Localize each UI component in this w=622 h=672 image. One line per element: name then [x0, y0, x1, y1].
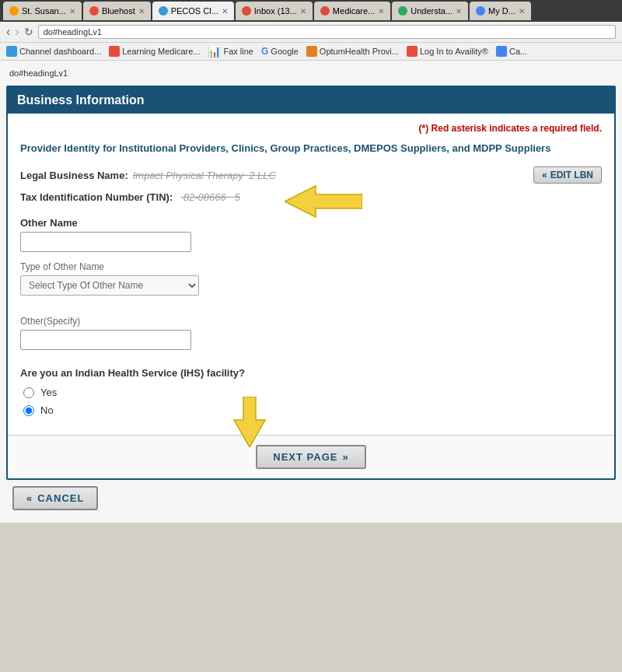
- edit-lbn-button[interactable]: EDIT LBN: [533, 166, 602, 184]
- reload-icon[interactable]: ↻: [24, 26, 33, 38]
- ihs-radio-group: Yes No: [23, 387, 602, 416]
- tab-st-susan[interactable]: St. Susan... ✕: [3, 2, 82, 20]
- ihs-no-radio[interactable]: [23, 405, 34, 416]
- section-title: Provider Identity for Institutional Prov…: [20, 142, 602, 156]
- close-icon[interactable]: ✕: [456, 7, 462, 16]
- tab-pecos[interactable]: PECOS Cl... ✕: [152, 2, 234, 20]
- bookmark-label: Channel dashboard...: [19, 47, 101, 56]
- tab-icon: [476, 6, 485, 16]
- yellow-arrow-annotation: [285, 182, 362, 221]
- type-other-name-label: Type of Other Name: [20, 261, 602, 272]
- type-other-name-select[interactable]: Select Type Of Other Name DBA (Doing Bus…: [20, 275, 199, 296]
- breadcrumb: do#headingLv1: [6, 67, 616, 79]
- tab-medicare[interactable]: Medicare... ✕: [314, 2, 390, 20]
- close-icon[interactable]: ✕: [69, 7, 75, 16]
- ihs-no-label: No: [40, 404, 54, 416]
- svg-marker-2: [234, 397, 265, 447]
- close-icon[interactable]: ✕: [378, 7, 384, 16]
- bookmark-icon: [6, 46, 17, 57]
- tab-label: Medicare...: [333, 6, 375, 16]
- back-icon[interactable]: ‹: [6, 25, 10, 39]
- other-name-group: Other Name: [20, 217, 602, 252]
- close-icon[interactable]: ✕: [519, 7, 525, 16]
- tab-inbox[interactable]: Inbox (13... ✕: [236, 2, 313, 20]
- tab-understand[interactable]: Understa... ✕: [392, 2, 468, 20]
- bookmark-label: Log In to Availity®: [420, 47, 488, 56]
- bookmark-label: Google: [271, 47, 298, 56]
- bookmark-icon: [407, 46, 418, 57]
- cancel-button[interactable]: CANCEL: [12, 486, 98, 510]
- tab-icon: [320, 6, 330, 16]
- tab-label: Inbox (13...: [254, 6, 297, 16]
- other-specify-label: Other(Specify): [20, 316, 602, 327]
- page-content: do#headingLv1 Business Information (*) R…: [0, 61, 622, 523]
- ihs-no-option[interactable]: No: [23, 404, 602, 416]
- close-icon[interactable]: ✕: [222, 7, 228, 16]
- bookmark-google[interactable]: G Google: [261, 46, 299, 57]
- next-arrow-annotation: [218, 397, 281, 447]
- address-bar[interactable]: do#headingLv1: [38, 25, 616, 39]
- panel-footer: NEXT PAGE: [8, 435, 614, 478]
- bookmark-icon: [109, 46, 120, 57]
- svg-marker-1: [285, 186, 362, 217]
- other-name-input[interactable]: [20, 232, 191, 252]
- business-information-panel: Business Information (*) Red asterisk in…: [6, 86, 616, 480]
- edit-lbn-label: EDIT LBN: [550, 170, 593, 180]
- ihs-yes-radio[interactable]: [23, 387, 34, 398]
- tab-icon: [9, 6, 19, 16]
- ihs-yes-label: Yes: [40, 387, 57, 398]
- panel-title: Business Information: [17, 93, 145, 107]
- bookmark-optum[interactable]: OptumHealth Provi...: [306, 46, 399, 57]
- legal-business-name-row: Legal Business Name: Impact Physical The…: [20, 166, 602, 184]
- type-other-name-group: Type of Other Name Select Type Of Other …: [20, 261, 602, 296]
- tab-icon: [159, 6, 168, 16]
- ihs-yes-option[interactable]: Yes: [23, 387, 602, 398]
- bookmark-channel[interactable]: Channel dashboard...: [6, 46, 101, 57]
- bookmark-fax[interactable]: 📊 Fax line: [208, 45, 253, 58]
- browser-tab-bar: St. Susan... ✕ Bluehost ✕ PECOS Cl... ✕ …: [0, 0, 622, 22]
- bookmark-ca[interactable]: Ca...: [496, 46, 527, 57]
- close-icon[interactable]: ✕: [138, 7, 145, 16]
- tab-label: Bluehost: [102, 6, 135, 16]
- google-icon: G: [261, 46, 268, 57]
- bookmark-label: Ca...: [509, 47, 527, 56]
- bookmark-label: OptumHealth Provi...: [320, 47, 399, 56]
- next-page-button[interactable]: NEXT PAGE: [256, 445, 365, 469]
- tab-myd[interactable]: My D... ✕: [470, 2, 531, 20]
- cancel-label: CANCEL: [37, 492, 84, 504]
- legal-business-name-label: Legal Business Name:: [20, 170, 128, 181]
- tab-label: My D...: [488, 6, 515, 16]
- next-page-label: NEXT PAGE: [273, 451, 337, 463]
- tab-icon: [89, 6, 99, 16]
- required-note: (*) Red asterisk indicates a required fi…: [20, 123, 602, 134]
- ihs-group: Are you an Indian Health Service (IHS) f…: [20, 367, 602, 416]
- panel-body: (*) Red asterisk indicates a required fi…: [8, 114, 614, 435]
- tab-bluehost[interactable]: Bluehost ✕: [83, 2, 151, 20]
- next-area: NEXT PAGE: [256, 445, 365, 469]
- other-specify-group: Other(Specify): [20, 316, 602, 350]
- bookmarks-bar: Channel dashboard... Learning Medicare..…: [0, 43, 622, 61]
- bookmark-learning[interactable]: Learning Medicare...: [109, 46, 200, 57]
- tab-label: Understa...: [411, 6, 453, 16]
- tin-value: 82-08666 5: [180, 191, 240, 203]
- ihs-question-label: Are you an Indian Health Service (IHS) f…: [20, 367, 602, 379]
- bookmark-label: Learning Medicare...: [122, 47, 200, 56]
- tab-icon: [242, 6, 251, 16]
- bookmark-label: Fax line: [223, 47, 253, 56]
- bookmark-icon: [496, 46, 507, 57]
- forward-icon[interactable]: ›: [15, 25, 19, 39]
- tab-label: PECOS Cl...: [171, 6, 218, 16]
- fax-icon: 📊: [208, 45, 221, 58]
- browser-toolbar: ‹ › ↻ do#headingLv1: [0, 22, 622, 43]
- bookmark-availity[interactable]: Log In to Availity®: [407, 46, 488, 57]
- panel-header: Business Information: [8, 87, 614, 114]
- tab-label: St. Susan...: [22, 6, 66, 16]
- tin-label: Tax Identification Number (TIN):: [20, 191, 173, 203]
- tab-icon: [398, 6, 407, 16]
- tin-row: Tax Identification Number (TIN): 82-0866…: [20, 191, 602, 203]
- legal-business-name-value: Impact Physical Therapy 2 LLC: [133, 170, 276, 181]
- close-icon[interactable]: ✕: [300, 7, 306, 16]
- other-specify-input[interactable]: [20, 330, 191, 350]
- bookmark-icon: [306, 46, 317, 57]
